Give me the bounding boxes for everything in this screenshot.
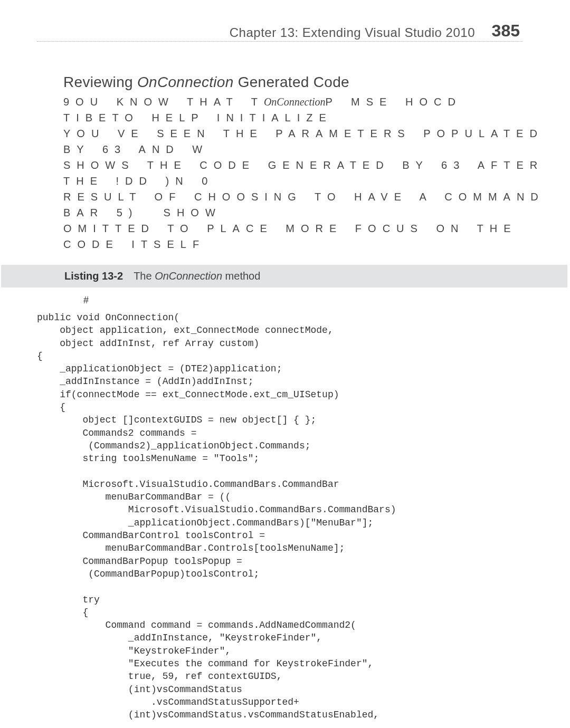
para-l5: OMITTED TO PLACE MORE FOCUS ON THE CODE … — [63, 223, 529, 250]
para-l4: RESULT OF CHOOSING TO HAVE A COMMAND BAR… — [63, 191, 557, 218]
heading-italic: OnConnection — [137, 74, 234, 90]
header-rule — [37, 41, 522, 42]
heading-prefix: Reviewing — [63, 74, 137, 90]
listing-title: The OnConnection method — [134, 270, 260, 282]
page-content: Reviewing OnConnection Generated Code 9O… — [63, 74, 549, 722]
code-language-marker: # — [83, 295, 549, 306]
listing-title-prefix: The — [134, 270, 155, 282]
page-number: 385 — [492, 21, 520, 41]
code-block: public void OnConnection( object applica… — [37, 311, 549, 722]
listing-title-suffix: method — [222, 270, 260, 282]
chapter-header: Chapter 13: Extending Visual Studio 2010 — [230, 25, 475, 40]
listing-title-italic: OnConnection — [155, 270, 222, 282]
listing-label: Listing 13-2 — [64, 270, 123, 282]
heading-suffix: Generated Code — [234, 74, 349, 90]
para-l1a: 9OU KNOW THAT T — [63, 96, 264, 108]
body-paragraph: 9OU KNOW THAT TOnConnectionP MSE HOCD TI… — [63, 94, 549, 252]
para-l2: YOU VE SEEN THE PARAMETERS POPULATED BY … — [63, 128, 556, 155]
para-l1-italic: OnConnection — [264, 96, 326, 108]
listing-bar: Listing 13-2 The OnConnection method — [1, 265, 567, 288]
para-l3: SHOWS THE CODE GENERATED BY 63 AFTER THE… — [63, 159, 556, 187]
section-heading: Reviewing OnConnection Generated Code — [63, 74, 549, 91]
